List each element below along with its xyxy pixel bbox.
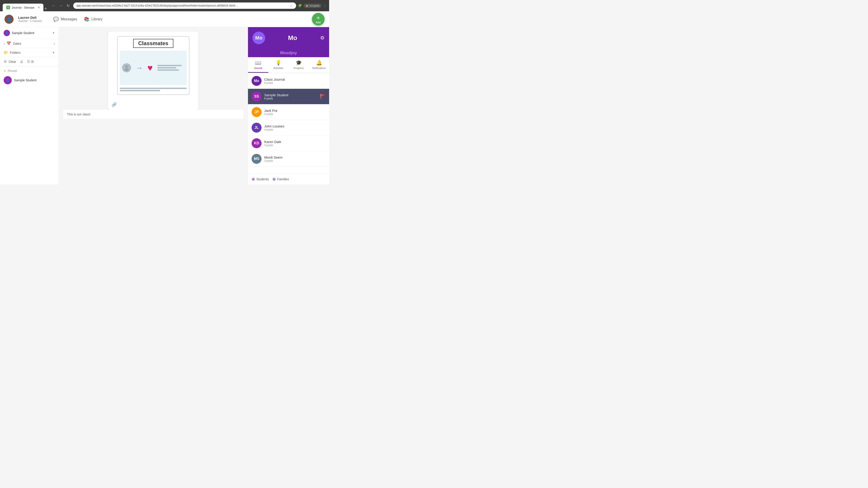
class-journal-name: Class Journal <box>264 77 326 81</box>
content-area: Classmates → ♥ <box>59 27 248 184</box>
add-button[interactable]: + Add <box>312 13 324 26</box>
student-info-kd: Karen Dale 3 posts <box>264 140 326 147</box>
right-nav-tabs: 📖 Journal 💡 Activities 🎓 Progress 🔔 Noti… <box>248 57 329 73</box>
class-journal-posts: 6 posts <box>264 81 326 85</box>
list-view-icon[interactable]: ☰ <box>27 59 30 64</box>
library-link[interactable]: 📚 Library <box>84 17 102 22</box>
extensions-icon[interactable]: 🧩 <box>298 4 302 7</box>
student-item-jp[interactable]: JP Jack Pot 4 posts <box>248 104 329 120</box>
bookmark-icon[interactable]: ☆ <box>290 4 293 7</box>
tab-activities[interactable]: 💡 Activities <box>268 57 289 73</box>
activities-tab-label: Activities <box>274 67 283 69</box>
students-add-icon: ⊕ <box>252 177 255 182</box>
student-avatar-jl: JL <box>252 123 261 133</box>
user-avatar-text: 👤 <box>7 18 11 21</box>
menu-icon[interactable]: ⋮ <box>323 4 327 7</box>
student-name-sample: Sample Student <box>264 93 317 97</box>
browser-tabs: S Journal - Seesaw × + <box>3 0 47 11</box>
student-name-ms: Mordi Seem <box>264 156 326 159</box>
heart-icon: ♥ <box>147 63 153 73</box>
arrow-right-icon: → <box>135 64 143 72</box>
journal-tab-label: Journal <box>254 67 262 69</box>
student-item-sample[interactable]: SS Sample Student 6 posts 🚩 <box>248 89 329 104</box>
print-icon[interactable]: 🖨 <box>20 60 23 64</box>
clear-button[interactable]: Clear <box>8 60 16 64</box>
families-label: Families <box>277 177 289 181</box>
plus-icon: + <box>316 15 320 21</box>
class-journal-item[interactable]: Mo Class Journal 6 posts <box>248 73 329 89</box>
students-list: Mo Class Journal 6 posts SS Sample Stude… <box>248 73 329 174</box>
bottom-lines <box>120 85 187 92</box>
main-area: 👤 Sample Student ▼ ‹ 📅 Dates › 📁 Folders… <box>0 27 329 184</box>
filter-settings-icon[interactable]: ⚙ <box>4 59 7 64</box>
student-item-jl[interactable]: JL John Louises 4 posts <box>248 120 329 135</box>
library-icon: 📚 <box>84 17 90 22</box>
tab-title: Journal - Seesaw <box>12 6 34 9</box>
pinned-student-item[interactable]: 👤 Sample Student <box>4 75 55 86</box>
tab-journal[interactable]: 📖 Journal <box>248 57 268 73</box>
messages-link[interactable]: 💬 Messages <box>53 17 77 22</box>
view-icons: ☰ ⊞ <box>27 59 34 64</box>
class-journal-avatar: Mo <box>252 76 261 86</box>
tab-favicon: S <box>6 6 10 9</box>
student-info-sample: Sample Student 6 posts <box>264 93 317 100</box>
address-bar[interactable]: app.seesaw.me/#/class/class.e01bf4c2-9a2… <box>73 2 296 9</box>
student-item-ms[interactable]: MS Mordi Seem 3 posts <box>248 151 329 167</box>
student-name-jp: Jack Pot <box>264 109 326 112</box>
lines-section <box>157 64 184 72</box>
student-initials-sample: SS <box>254 94 259 98</box>
classmates-content: → ♥ <box>120 51 187 85</box>
class-journal-info: Class Journal 6 posts <box>264 77 326 85</box>
student-initials-kd: KD <box>254 141 259 145</box>
incognito-icon: 🕵 <box>305 4 309 7</box>
pinned-section: ★ Pinned 👤 Sample Student <box>0 66 59 88</box>
tab-close-icon[interactable]: × <box>38 5 40 9</box>
browser-tab-journal[interactable]: S Journal - Seesaw × <box>3 4 43 11</box>
date-prev-button[interactable]: ‹ <box>4 41 5 46</box>
date-filter[interactable]: ‹ 📅 Dates › <box>0 39 59 48</box>
tab-progress[interactable]: 🎓 Progress <box>289 57 309 73</box>
selected-student-name: Sample Student <box>12 31 51 35</box>
incognito-badge: 🕵 Incognito <box>304 4 321 8</box>
pinned-student-name: Sample Student <box>14 78 37 82</box>
student-initials-jl: JL <box>254 126 259 130</box>
class-name-right: Moodjoy <box>248 49 329 57</box>
student-avatar-jp: JP <box>252 107 261 117</box>
right-header: Mo Mo ⚙ <box>248 27 329 49</box>
students-button[interactable]: ⊕ Students <box>252 177 269 182</box>
student-info-jl: John Louises 4 posts <box>264 124 326 131</box>
flag-icon[interactable]: 🚩 <box>320 94 326 99</box>
bottom-line-1 <box>120 88 187 89</box>
user-role: Teacher · 2 Classes <box>18 20 42 23</box>
nav-links: 💬 Messages 📚 Library <box>53 17 102 22</box>
notifications-tab-icon: 🔔 <box>316 60 322 66</box>
settings-icon[interactable]: ⚙ <box>320 35 324 41</box>
class-journal-initials: Mo <box>254 79 259 83</box>
student-initials-jp: JP <box>254 110 259 114</box>
back-button[interactable]: ← <box>51 2 57 9</box>
post-image: Classmates → ♥ <box>108 32 198 99</box>
person-icon <box>122 63 131 72</box>
student-selector[interactable]: 👤 Sample Student ▼ <box>0 27 59 39</box>
nav-controls: ← → ↻ <box>51 2 71 9</box>
tab-notifications[interactable]: 🔔 Notifications <box>309 57 329 73</box>
link-icon[interactable]: 🔗 <box>112 102 117 107</box>
messages-icon: 💬 <box>53 17 59 22</box>
new-tab-button[interactable]: + <box>44 6 47 11</box>
student-info-jp: Jack Pot 4 posts <box>264 109 326 116</box>
messages-label: Messages <box>61 17 77 21</box>
progress-tab-label: Progress <box>293 67 304 69</box>
student-avatar-sample: SS <box>252 92 261 101</box>
student-info-ms: Mordi Seem 3 posts <box>264 156 326 162</box>
grid-view-icon[interactable]: ⊞ <box>31 59 34 64</box>
students-label: Students <box>256 177 269 181</box>
reload-button[interactable]: ↻ <box>65 2 71 9</box>
folder-filter[interactable]: 📁 Folders ▼ <box>0 48 59 57</box>
line-1 <box>157 65 182 66</box>
date-next-button[interactable]: › <box>54 41 55 46</box>
classmates-illustration: Classmates → ♥ <box>117 36 189 95</box>
forward-button[interactable]: → <box>58 2 64 9</box>
families-button[interactable]: ⊕ Families <box>272 177 289 182</box>
student-avatar-kd: KD <box>252 138 261 148</box>
student-item-kd[interactable]: KD Karen Dale 3 posts <box>248 135 329 151</box>
